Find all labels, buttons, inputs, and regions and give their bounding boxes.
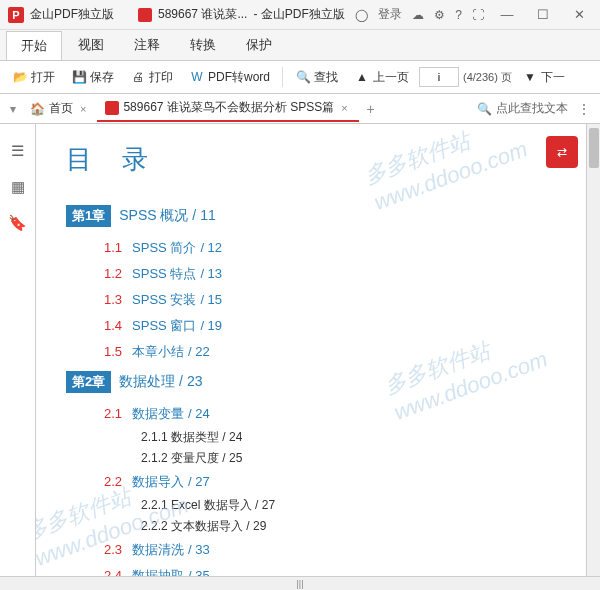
- titlebar: P 金山PDF独立版 589667 谁说菜... - 金山PDF独立版 ◯ 登录…: [0, 0, 600, 30]
- section-1-4: 1.4SPSS 窗口/ 19: [104, 313, 556, 339]
- section-1-5: 1.5本章小结/ 22: [104, 339, 556, 365]
- menu-view[interactable]: 视图: [64, 31, 118, 59]
- section-1-1: 1.1SPSS 简介/ 12: [104, 235, 556, 261]
- add-tab-button[interactable]: +: [359, 101, 383, 117]
- chapter-badge: 第2章: [66, 371, 111, 393]
- word-icon: W: [189, 69, 205, 85]
- maximize-button[interactable]: ☐: [530, 7, 556, 22]
- chapter-1: 第1章 SPSS 概况 / 11: [66, 205, 556, 227]
- save-icon: 💾: [71, 69, 87, 85]
- print-icon: 🖨: [130, 69, 146, 85]
- prev-page-button[interactable]: ▲上一页: [348, 66, 415, 89]
- doc-title-short: 589667 谁说菜...: [158, 6, 247, 23]
- print-button[interactable]: 🖨打印: [124, 66, 179, 89]
- chapter-badge: 第1章: [66, 205, 111, 227]
- settings-icon[interactable]: ⚙: [434, 8, 445, 22]
- section-2-4: 2.4数据抽取/ 35: [104, 563, 556, 576]
- fullscreen-icon[interactable]: ⛶: [472, 8, 484, 22]
- bookmark-icon[interactable]: 🔖: [8, 214, 28, 230]
- menu-protect[interactable]: 保护: [232, 31, 286, 59]
- statusbar: |||: [0, 576, 600, 590]
- close-doc-tab[interactable]: ×: [338, 102, 350, 114]
- content-area: ☰ ▦ 🔖 多多软件站www.ddooo.com 多多软件站www.ddooo.…: [0, 124, 600, 576]
- minimize-button[interactable]: —: [494, 7, 520, 22]
- menu-convert[interactable]: 转换: [176, 31, 230, 59]
- toc-heading: 目录: [66, 142, 556, 177]
- scroll-thumb[interactable]: [589, 128, 599, 168]
- document-tabbar: ▾ 🏠 首页 × 589667 谁说菜鸟不会数据分析 SPSS篇 × + 🔍 点…: [0, 94, 600, 124]
- down-arrow-icon: ▼: [522, 69, 538, 85]
- subsection-2-1-2: 2.1.2 变量尺度 / 25: [141, 448, 556, 469]
- app-suffix: - 金山PDF独立版: [253, 6, 344, 23]
- toolbar: 📂打开 💾保存 🖨打印 WPDF转word 🔍查找 ▲上一页 (4/236) 页…: [0, 60, 600, 94]
- search-icon: 🔍: [295, 69, 311, 85]
- chapter-2: 第2章 数据处理 / 23: [66, 371, 556, 393]
- resize-handle[interactable]: |||: [296, 579, 303, 589]
- outline-icon[interactable]: ☰: [8, 142, 28, 158]
- up-arrow-icon: ▲: [354, 69, 370, 85]
- section-2-2: 2.2数据导入/ 27: [104, 469, 556, 495]
- search-text-hint[interactable]: 🔍 点此查找文本 ⋮: [477, 100, 596, 117]
- chapter-title: SPSS 概况 / 11: [119, 207, 215, 225]
- next-page-button[interactable]: ▼下一: [516, 66, 571, 89]
- search-icon: 🔍: [477, 102, 492, 116]
- page-number-input[interactable]: [419, 67, 459, 87]
- subsection-2-2-2: 2.2.2 文本数据导入 / 29: [141, 516, 556, 537]
- open-button[interactable]: 📂打开: [6, 66, 61, 89]
- pdf-page: 多多软件站www.ddooo.com 多多软件站www.ddooo.com 多多…: [36, 124, 586, 576]
- close-button[interactable]: ✕: [566, 7, 592, 22]
- section-2-1: 2.1数据变量/ 24: [104, 401, 556, 427]
- pdf-icon: [138, 8, 152, 22]
- document-tab[interactable]: 589667 谁说菜鸟不会数据分析 SPSS篇 ×: [97, 95, 358, 122]
- folder-icon: 📂: [12, 69, 28, 85]
- sidebar: ☰ ▦ 🔖: [0, 124, 36, 576]
- thumbnails-icon[interactable]: ▦: [8, 178, 28, 194]
- save-button[interactable]: 💾保存: [65, 66, 120, 89]
- float-convert-button[interactable]: ⇄: [546, 136, 578, 168]
- section-2-3: 2.3数据清洗/ 33: [104, 537, 556, 563]
- subsection-2-1-1: 2.1.1 数据类型 / 24: [141, 427, 556, 448]
- section-1-2: 1.2SPSS 特点/ 13: [104, 261, 556, 287]
- menu-annotate[interactable]: 注释: [120, 31, 174, 59]
- page-count: (4/236) 页: [463, 70, 512, 85]
- user-icon[interactable]: ◯: [355, 8, 368, 22]
- app-name: 金山PDF独立版: [30, 6, 114, 23]
- vertical-scrollbar[interactable]: [586, 124, 600, 576]
- login-link[interactable]: 登录: [378, 6, 402, 23]
- help-icon[interactable]: ?: [455, 8, 462, 22]
- subsection-2-2-1: 2.2.1 Excel 数据导入 / 27: [141, 495, 556, 516]
- home-icon: 🏠: [30, 102, 45, 116]
- menubar: 开始 视图 注释 转换 保护: [0, 30, 600, 60]
- section-1-3: 1.3SPSS 安装/ 15: [104, 287, 556, 313]
- pdf2word-button[interactable]: WPDF转word: [183, 66, 276, 89]
- menu-start[interactable]: 开始: [6, 31, 62, 60]
- pdf-icon: [105, 101, 119, 115]
- close-home-tab[interactable]: ×: [77, 103, 89, 115]
- home-tab[interactable]: 🏠 首页 ×: [22, 96, 97, 121]
- find-button[interactable]: 🔍查找: [289, 66, 344, 89]
- chapter-title: 数据处理 / 23: [119, 373, 202, 391]
- tab-list-icon[interactable]: ▾: [4, 102, 22, 116]
- app-logo: P: [8, 7, 24, 23]
- cloud-icon[interactable]: ☁: [412, 8, 424, 22]
